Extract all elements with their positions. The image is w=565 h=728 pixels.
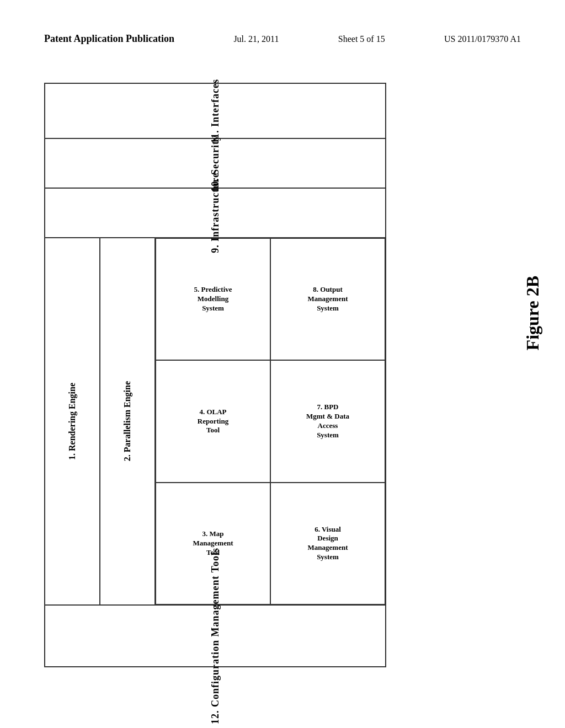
- cell-5-label: 5. PredictiveModellingSystem: [194, 285, 232, 313]
- infrastructure-layer: 9. Infrastructure: [45, 189, 385, 238]
- patent-number: US 2011/0179370 A1: [444, 34, 521, 44]
- interfaces-layer: 11. Interfaces: [45, 84, 385, 139]
- cell-6: 6. VisualDesignManagementSystem: [270, 483, 385, 604]
- config-layer: 12. Configuration Management Tools: [45, 606, 385, 666]
- cell-8: 8. OutputManagementSystem: [270, 238, 385, 360]
- cell-6-label: 6. VisualDesignManagementSystem: [308, 525, 348, 563]
- publication-label: Patent Application Publication: [44, 33, 174, 45]
- figure-label: Figure 2B: [523, 276, 543, 350]
- date-label: Jul. 21, 2011: [233, 34, 279, 44]
- config-label: 12. Configuration Management Tools: [210, 548, 221, 724]
- parallelism-column: 2. Parallelism Engine: [100, 238, 156, 604]
- sheet-label: Sheet 5 of 15: [338, 34, 385, 44]
- cell-4-label: 4. OLAPReportingTool: [198, 408, 228, 436]
- page-header: Patent Application Publication Jul. 21, …: [44, 33, 521, 45]
- rendering-column: 1. Rendering Engine: [45, 238, 100, 604]
- parallelism-label: 2. Parallelism Engine: [122, 381, 132, 461]
- cell-4: 4. OLAPReportingTool: [156, 360, 270, 482]
- cell-5: 5. PredictiveModellingSystem: [156, 238, 270, 360]
- cell-7: 7. BPDMgmt & DataAccessSystem: [270, 360, 385, 482]
- cell-8-label: 8. OutputManagementSystem: [308, 285, 348, 313]
- cell-7-label: 7. BPDMgmt & DataAccessSystem: [306, 403, 349, 440]
- infrastructure-label: 9. Infrastructure: [210, 173, 221, 253]
- rendering-label: 1. Rendering Engine: [67, 383, 77, 460]
- components-grid: 3. MapManagementTool 6. VisualDesignMana…: [156, 238, 385, 604]
- interfaces-label: 11. Interfaces: [210, 79, 221, 143]
- diagram-container: 11. Interfaces 10. Security 9. Infrastru…: [44, 83, 386, 667]
